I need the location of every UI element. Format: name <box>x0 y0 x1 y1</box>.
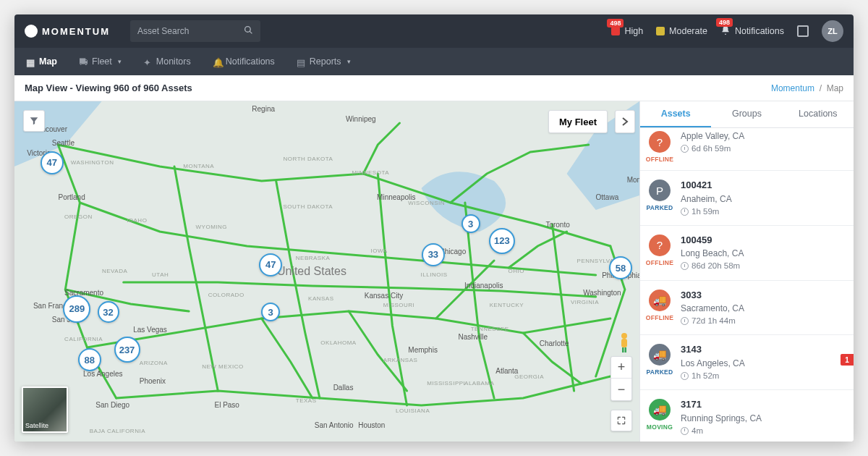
asset-alert-badge[interactable]: 1 <box>841 354 854 366</box>
my-fleet-button[interactable]: My Fleet <box>548 110 608 133</box>
main-content: United States VancouverVictoriaSeattlePo… <box>14 101 854 442</box>
logo-icon <box>25 25 38 38</box>
map-state-label: MINNESOTA <box>352 169 389 176</box>
map-state-label: SOUTH DAKOTA <box>284 203 333 210</box>
asset-body: 3171Running Springs, CA4m <box>681 397 845 437</box>
map-city-label: Portland <box>58 193 85 201</box>
asset-id: 3171 <box>681 397 845 412</box>
fullscreen-button[interactable] <box>797 25 809 37</box>
map-state-label: NEBRASKA <box>296 255 331 261</box>
map-fullscreen-button[interactable] <box>610 410 632 431</box>
map-state-label: UTAH <box>152 271 169 278</box>
map-cluster[interactable]: 289 <box>63 295 90 323</box>
reports-icon: ▤ <box>297 57 305 66</box>
nav-map[interactable]: ▦ Map <box>25 49 59 74</box>
moderate-dot-icon <box>656 27 665 35</box>
tab-locations[interactable]: Locations <box>783 101 854 127</box>
brand-logo[interactable]: MOMENTUM <box>25 25 110 38</box>
map-cluster[interactable]: 32 <box>98 301 119 323</box>
breadcrumb: Momentum / Map <box>771 83 843 93</box>
map-cluster[interactable]: 88 <box>78 348 101 371</box>
map-city-label: Sacramento <box>64 289 103 297</box>
map-cluster[interactable]: 123 <box>489 228 515 254</box>
chevron-down-icon: ▾ <box>118 58 122 65</box>
pegman-icon[interactable] <box>616 332 632 353</box>
tab-groups[interactable]: Groups <box>711 101 782 127</box>
map-cluster[interactable]: 237 <box>114 337 140 363</box>
map-city-label: Washington <box>583 289 621 297</box>
asset-search-input[interactable]: Asset Search <box>130 20 260 42</box>
topbar: MOMENTUM Asset Search 498 High Moderate … <box>14 14 854 48</box>
map-city-label: Kansas City <box>365 292 403 300</box>
asset-status-icon: 🚚MOVING <box>647 397 672 431</box>
asset-status-icon: 🚚PARKED <box>647 342 672 376</box>
nav-reports[interactable]: ▤ Reports ▾ <box>295 49 352 74</box>
asset-status-icon: PPARKED <box>647 178 672 211</box>
asset-id: 100459 <box>681 233 845 248</box>
zoom-in-button[interactable]: + <box>611 357 631 379</box>
breadcrumb-root[interactable]: Momentum <box>771 83 814 93</box>
svg-rect-5 <box>622 347 624 352</box>
app-window: MOMENTUM Asset Search 498 High Moderate … <box>14 14 854 442</box>
asset-row[interactable]: 🚚OFFLINE3033Sacramento, CA72d 1h 44m <box>640 281 854 336</box>
asset-duration: 86d 20h 58m <box>681 260 845 272</box>
map-state-label: OKLAHOMA <box>320 339 356 346</box>
map-state-label: BAJA CALIFORNIA <box>90 428 145 434</box>
map-cluster[interactable]: 47 <box>259 253 282 276</box>
main-nav: ▦ Map ⛟ Fleet ▾ ✦ Monitors 🔔 Notificatio… <box>14 48 854 75</box>
asset-row[interactable]: PPARKED100421Anaheim, CA1h 59m <box>640 171 854 226</box>
map-pane[interactable]: United States VancouverVictoriaSeattlePo… <box>14 101 639 442</box>
clock-icon <box>681 317 689 325</box>
notifications-button[interactable]: 498 Notifications <box>720 25 784 38</box>
map-cluster[interactable]: 33 <box>422 243 445 266</box>
nav-fleet[interactable]: ⛟ Fleet ▾ <box>77 49 123 74</box>
moderate-alerts-badge[interactable]: Moderate <box>656 26 707 36</box>
nav-notifications[interactable]: 🔔 Notifications <box>211 49 276 74</box>
bell-icon <box>720 25 731 38</box>
map-state-label: KENTUCKY <box>490 302 524 308</box>
map-city-label: El Paso <box>214 401 239 409</box>
svg-point-0 <box>245 27 251 33</box>
asset-duration: 1h 52m <box>681 370 845 382</box>
high-alerts-badge[interactable]: 498 High <box>611 26 643 36</box>
asset-duration: 1h 59m <box>681 206 845 218</box>
notif-label: Notifications <box>735 26 784 36</box>
asset-location: Los Angeles, CA <box>681 357 845 370</box>
asset-list[interactable]: ?OFFLINEApple Valley, CA6d 6h 59mPPARKED… <box>640 128 854 442</box>
bell-icon: 🔔 <box>213 57 221 66</box>
map-cluster[interactable]: 47 <box>41 151 64 174</box>
asset-location: Long Beach, CA <box>681 247 845 260</box>
brand-name: MOMENTUM <box>42 26 110 37</box>
svg-line-1 <box>250 31 252 33</box>
user-avatar[interactable]: ZL <box>822 20 843 42</box>
asset-location: Anaheim, CA <box>681 193 845 206</box>
map-city-label: Memphis <box>408 346 438 354</box>
map-state-label: IOWA <box>370 248 387 254</box>
map-state-label: COLORADO <box>208 292 244 298</box>
page-header: Map View - Viewing 960 of 960 Assets Mom… <box>14 75 854 101</box>
map-city-label: Regina <box>252 105 275 113</box>
map-state-label: ALABAMA <box>464 380 494 387</box>
zoom-controls: + − <box>610 356 632 401</box>
asset-row[interactable]: 🚚PARKED3143Los Angeles, CA1h 52m1 <box>640 335 854 390</box>
map-state-label: MISSISSIPPI <box>427 380 465 387</box>
asset-row[interactable]: 🚚MOVING3171Running Springs, CA4m <box>640 390 854 442</box>
asset-row[interactable]: ?OFFLINEApple Valley, CA6d 6h 59m <box>640 128 854 171</box>
map-cluster[interactable]: 3 <box>461 214 480 233</box>
asset-duration: 72d 1h 44m <box>681 315 845 327</box>
tab-assets[interactable]: Assets <box>640 101 711 127</box>
clock-icon <box>681 372 689 380</box>
monitors-icon: ✦ <box>143 57 152 66</box>
zoom-out-button[interactable]: − <box>611 379 631 400</box>
map-filter-button[interactable] <box>23 110 45 132</box>
nav-monitors[interactable]: ✦ Monitors <box>142 49 192 74</box>
asset-status-icon: ?OFFLINE <box>647 130 672 163</box>
panel-collapse-button[interactable] <box>615 110 635 133</box>
map-state-label: NEVADA <box>102 268 127 274</box>
asset-row[interactable]: ?OFFLINE100459Long Beach, CA86d 20h 58m <box>640 226 854 281</box>
map-state-label: MONTANA <box>183 163 214 169</box>
asset-location: Apple Valley, CA <box>681 130 845 143</box>
map-city-label: Montreal <box>627 176 639 184</box>
clock-icon <box>681 145 689 153</box>
satellite-toggle[interactable]: Satellite <box>22 387 68 433</box>
